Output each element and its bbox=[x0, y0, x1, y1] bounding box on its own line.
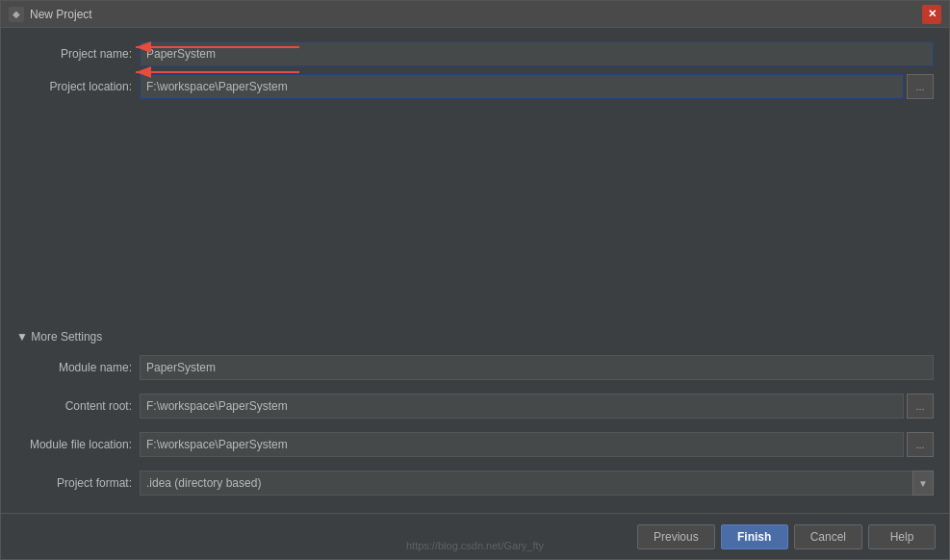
project-location-label: Project location: bbox=[16, 80, 132, 93]
module-name-input[interactable] bbox=[140, 355, 934, 380]
project-name-input[interactable] bbox=[140, 41, 934, 66]
project-format-row: Project format: .idea (directory based) … bbox=[16, 471, 934, 496]
project-name-input-container bbox=[140, 41, 934, 66]
module-file-location-input[interactable] bbox=[140, 432, 904, 457]
dialog-title: New Project bbox=[30, 8, 922, 21]
project-location-row: Project location: ... bbox=[16, 74, 934, 99]
content-root-row: Content root: ... bbox=[16, 394, 934, 419]
module-file-location-browse-button[interactable]: ... bbox=[907, 432, 934, 457]
help-button[interactable]: Help bbox=[868, 524, 936, 549]
more-settings-label: ▼ More Settings bbox=[16, 330, 102, 344]
content-root-input[interactable] bbox=[140, 394, 904, 419]
more-settings-toggle[interactable]: ▼ More Settings bbox=[16, 326, 934, 347]
module-name-input-container bbox=[140, 355, 934, 380]
content-root-label: Content root: bbox=[16, 399, 132, 413]
finish-button[interactable]: Finish bbox=[721, 524, 788, 549]
project-location-input[interactable] bbox=[140, 74, 904, 99]
project-name-row: Project name: bbox=[16, 41, 934, 66]
module-file-location-row: Module file location: ... bbox=[16, 432, 934, 457]
body-spacer bbox=[16, 107, 934, 322]
project-format-select[interactable]: .idea (directory based) bbox=[140, 471, 934, 496]
project-name-label: Project name: bbox=[16, 47, 132, 61]
project-location-browse-button[interactable]: ... bbox=[907, 74, 934, 99]
project-location-input-container: ... bbox=[140, 74, 934, 99]
content-root-browse-button[interactable]: ... bbox=[907, 394, 934, 419]
dialog-footer: Previous Finish Cancel Help bbox=[1, 513, 949, 559]
content-root-input-container: ... bbox=[140, 394, 934, 419]
module-name-row: Module name: bbox=[16, 355, 934, 380]
title-bar: ◆ New Project ✕ bbox=[1, 1, 949, 28]
dialog-icon: ◆ bbox=[9, 7, 24, 22]
project-format-select-container: .idea (directory based) ▼ bbox=[140, 471, 934, 496]
dialog-body: Project name: Project location: ... bbox=[1, 28, 949, 513]
more-settings-section: ▼ More Settings Module name: Content roo… bbox=[16, 326, 934, 503]
close-button[interactable]: ✕ bbox=[922, 5, 941, 24]
module-file-location-input-container: ... bbox=[140, 432, 934, 457]
more-settings-content: Module name: Content root: ... Module fi… bbox=[16, 355, 934, 503]
previous-button[interactable]: Previous bbox=[637, 524, 715, 549]
new-project-dialog: ◆ New Project ✕ Project name: Project lo… bbox=[0, 0, 950, 560]
project-format-label: Project format: bbox=[16, 476, 132, 490]
module-name-label: Module name: bbox=[16, 361, 132, 374]
module-file-location-label: Module file location: bbox=[16, 438, 132, 451]
cancel-button[interactable]: Cancel bbox=[794, 524, 862, 549]
